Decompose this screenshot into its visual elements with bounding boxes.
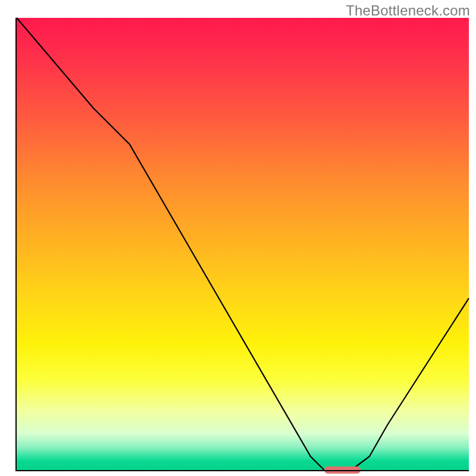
plot-area <box>17 18 469 470</box>
x-axis <box>15 470 469 471</box>
y-axis <box>15 18 17 470</box>
chart-container: TheBottleneck.com <box>0 0 476 476</box>
curve-path <box>17 18 469 470</box>
watermark-text: TheBottleneck.com <box>346 2 470 19</box>
bottleneck-curve <box>17 18 469 470</box>
